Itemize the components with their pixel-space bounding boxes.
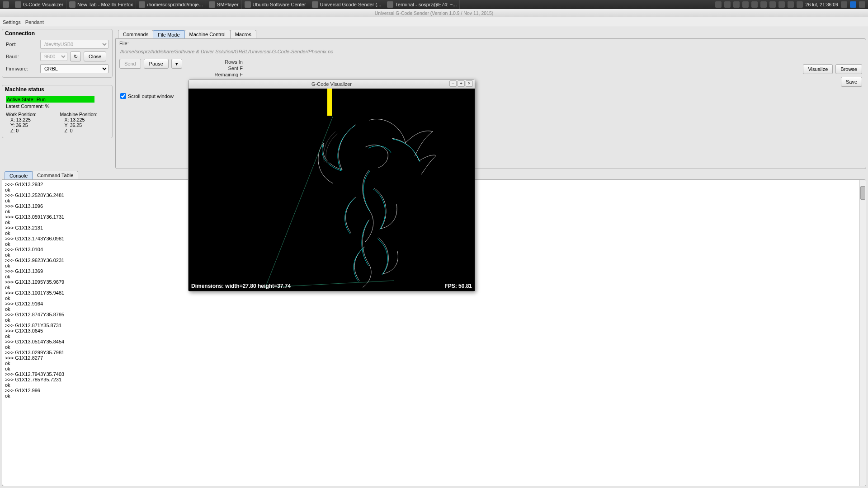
tab-macros[interactable]: Macros (230, 30, 256, 38)
menu-pendant[interactable]: Pendant (25, 19, 44, 25)
update-icon[interactable] (760, 1, 767, 8)
scrollbar-thumb[interactable] (860, 186, 865, 200)
taskbar-item[interactable]: New Tab - Mozilla Firefox (66, 0, 136, 9)
close-button[interactable]: Close (84, 52, 106, 61)
taskbar-item[interactable]: Universal Gcode Sender (... (309, 0, 385, 9)
menubar: Settings Pendant (0, 17, 868, 27)
port-select[interactable]: /dev/ttyUSB0 (40, 40, 108, 49)
taskbar-item[interactable]: Terminal - sosprz@E74: ~... (384, 0, 460, 9)
transfer-icon[interactable] (788, 1, 794, 8)
menu-settings[interactable]: Settings (3, 19, 21, 25)
work-pos-header: Work Position: (6, 112, 55, 117)
hp-icon[interactable] (733, 1, 740, 8)
pause-button[interactable]: Pause (144, 59, 169, 69)
machine-pos-header: Machine Position: (60, 112, 109, 117)
save-button[interactable]: Save (841, 77, 862, 87)
work-z: Z: 0 (6, 128, 55, 133)
latest-comment-label: Latest Comment: (6, 103, 44, 109)
machine-z: Z: 0 (60, 128, 109, 133)
machine-status-panel: Machine status Active State: Run Latest … (2, 85, 113, 138)
taskbar-item[interactable]: SMPlayer (206, 0, 242, 9)
scroll-output-label: Scroll output window (128, 94, 174, 99)
taskbar-app-menu[interactable] (0, 0, 12, 9)
terminal-icon (387, 1, 393, 8)
scroll-output-checkbox[interactable] (120, 93, 126, 99)
visualizer-titlebar[interactable]: G-Code Visualizer – + × (189, 80, 475, 89)
taskbar-item[interactable]: G-Code Visualizer (12, 0, 66, 9)
network-icon[interactable] (778, 1, 785, 8)
refresh-icon: ↻ (74, 54, 78, 59)
app-icon (15, 1, 21, 8)
filemanager-icon (139, 1, 145, 8)
console-scrollbar[interactable] (859, 180, 866, 486)
svg-line-0 (265, 116, 333, 287)
volume-icon[interactable] (797, 1, 803, 8)
software-center-icon (245, 1, 251, 8)
chevron-down-icon: ▾ (175, 61, 178, 66)
taskbar-item[interactable]: /home/sosprz/hdd/moje... (136, 0, 206, 9)
firefox-icon (69, 1, 75, 8)
visualize-button[interactable]: Visualize (803, 64, 833, 74)
fps-readout: FPS: 50.81 (444, 283, 472, 289)
work-y: Y: 36.25 (6, 122, 55, 128)
file-path: /home/sosprz/hdd/share/Software & Driver… (119, 46, 862, 57)
main-tabs: Commands File Mode Machine Control Macro… (115, 30, 866, 38)
minimize-button[interactable]: – (449, 80, 457, 87)
tab-commands[interactable]: Commands (118, 30, 153, 38)
maximize-button[interactable]: + (458, 80, 465, 87)
browse-button[interactable]: Browse (835, 64, 862, 74)
firmware-label: Firmware: (6, 66, 38, 71)
clock[interactable]: 26 lut, 21:36:09 (806, 2, 838, 7)
firmware-select[interactable]: GRBL (40, 64, 108, 73)
show-desktop-icon[interactable] (850, 1, 856, 8)
file-label: File: (119, 41, 862, 46)
baud-select[interactable]: 9600 (40, 52, 67, 61)
keyboard-icon[interactable] (769, 1, 776, 8)
bluetooth-icon[interactable] (751, 1, 758, 8)
rows-in-file: Rows In (194, 59, 243, 65)
wifi-icon[interactable] (724, 1, 731, 8)
user-icon[interactable] (841, 1, 847, 8)
pause-dropdown[interactable]: ▾ (171, 59, 182, 69)
work-x: X: 13.225 (6, 117, 55, 122)
connection-title: Connection (2, 29, 112, 38)
firefox-tray-icon[interactable] (859, 1, 865, 8)
rapid-travel-lines (265, 107, 396, 291)
close-window-button[interactable]: × (466, 80, 473, 87)
send-button[interactable]: Send (119, 59, 141, 69)
taskbar-item[interactable]: Ubuntu Software Center (242, 0, 309, 9)
machine-y: Y: 36.25 (60, 122, 109, 128)
visualizer-canvas[interactable]: Dimensions: width=27.80 height=37.74 FPS… (189, 89, 475, 291)
tab-console[interactable]: Console (5, 171, 33, 180)
active-state-value: Run (36, 96, 94, 103)
status-title: Machine status (2, 85, 112, 94)
system-taskbar: G-Code Visualizer New Tab - Mozilla Fire… (0, 0, 868, 9)
xfce-menu-icon (3, 1, 9, 8)
tab-file-mode[interactable]: File Mode (153, 30, 184, 39)
active-state-row: Active State: Run (6, 96, 108, 103)
latest-comment-value: % (45, 103, 50, 109)
smplayer-icon (209, 1, 215, 8)
battery-icon[interactable] (715, 1, 722, 8)
system-tray: 26 lut, 21:36:09 (712, 1, 868, 8)
active-state-label: Active State: (6, 96, 36, 103)
dimensions-readout: Dimensions: width=27.80 height=37.74 (191, 283, 291, 289)
usb-icon[interactable] (742, 1, 749, 8)
machine-x: X: 13.225 (60, 117, 109, 122)
sent-rows: Sent F (194, 65, 243, 71)
ugs-icon (312, 1, 318, 8)
gcode-visualizer-window: G-Code Visualizer – + × (188, 79, 475, 291)
tab-machine-control[interactable]: Machine Control (184, 30, 231, 38)
refresh-button[interactable]: ↻ (70, 52, 81, 61)
port-label: Port: (6, 42, 38, 47)
remaining-rows: Remaining F (194, 71, 243, 78)
window-titlebar: Universal G-Code Sender (Version 1.0.9 /… (0, 9, 868, 17)
baud-label: Baud: (6, 54, 38, 59)
connection-panel: Connection Port: /dev/ttyUSB0 Baud: 9600… (2, 29, 113, 78)
tab-command-table[interactable]: Command Table (32, 171, 78, 179)
visualizer-title: G-Code Visualizer (311, 81, 352, 87)
